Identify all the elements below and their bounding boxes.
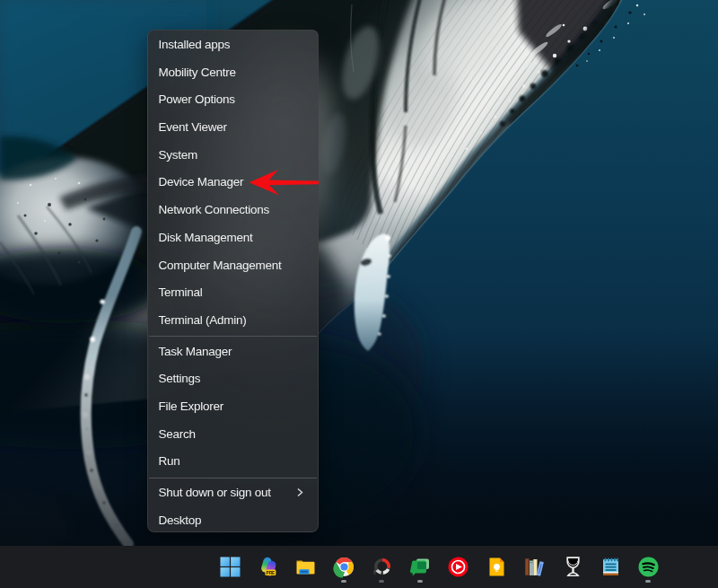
svg-text:PRE: PRE: [266, 571, 276, 575]
